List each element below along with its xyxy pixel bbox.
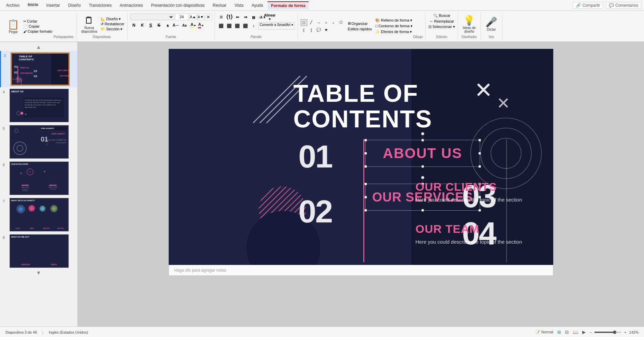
paste-button[interactable]: 📋 Pegar	[5, 18, 21, 34]
slide-7-thumbnail: WHAT SETS US APART? VENUS MARS MERCURY N…	[9, 198, 69, 232]
align-center-button[interactable]: ⬛	[226, 22, 233, 30]
highlight-color-button[interactable]: A ▾	[191, 22, 196, 28]
presentation-view-button[interactable]: ▶	[581, 329, 587, 335]
shape-more[interactable]: ⬦	[330, 19, 337, 26]
buscar-button[interactable]: 🔍 Buscar	[433, 13, 450, 18]
convert-smartart-button[interactable]: Convertir a SmartArt ▾	[258, 22, 295, 30]
normal-view-button[interactable]: ⊞	[556, 329, 562, 335]
tab-archivo[interactable]: Archivo	[3, 2, 23, 9]
tab-formato-forma[interactable]: Formato de forma	[268, 1, 309, 9]
font-family-select[interactable]	[130, 13, 174, 20]
shape-arrow[interactable]: →	[315, 19, 322, 26]
notes-bar[interactable]: Haga clic para agregar notas	[169, 265, 553, 276]
slide-thumb-4[interactable]: 4 ABOUT US It could be the part of the p…	[0, 87, 77, 124]
new-slide-icon: 🗒	[84, 15, 94, 26]
seleccionar-button[interactable]: ⊡ Seleccionar ▾	[428, 25, 455, 29]
format-painter-button[interactable]: 🖌 Copiar formato	[23, 29, 52, 33]
cut-button[interactable]: ✂ Cortar	[23, 19, 52, 24]
tab-ayuda[interactable]: Ayuda	[248, 2, 267, 9]
reemplazar-button[interactable]: ↔ Reemplazar	[429, 19, 454, 23]
slide-5-thumbnail: OUR AGENCY OUR AGENCY 01 You can enter a…	[9, 125, 69, 159]
bullets-button[interactable]: ≡	[218, 13, 225, 21]
align-right-button[interactable]: ⬛	[234, 22, 241, 30]
slide-sorter-button[interactable]: ⊟	[564, 329, 570, 335]
char-spacing-button[interactable]: A↔	[172, 22, 180, 29]
decrease-indent-button[interactable]: ⇐	[234, 13, 241, 21]
tab-inicio[interactable]: Inicio	[24, 1, 41, 9]
zoom-level[interactable]: 142%	[629, 330, 639, 334]
shape-pentagon[interactable]: ⬠	[338, 19, 344, 26]
increase-indent-button[interactable]: ⇒	[242, 13, 249, 21]
font-color-button[interactable]: A ▾	[198, 22, 203, 28]
justify-button[interactable]: ⬛	[242, 22, 249, 30]
deco-x2: ✕	[497, 95, 510, 112]
main-canvas-area[interactable]: ✕ ✕ TABLE OFCONTENTS	[78, 42, 644, 327]
shape-line[interactable]: ╱	[308, 19, 315, 26]
comments-button[interactable]: 💬 Comentarios	[606, 2, 641, 9]
section-button[interactable]: 📁 Sección ▾	[101, 27, 124, 31]
shape-callout[interactable]: 💬	[315, 27, 322, 33]
shape-rect[interactable]: □	[301, 19, 307, 26]
font-size-input[interactable]	[175, 13, 189, 20]
design-ideas-icon: 💡	[463, 15, 475, 26]
dictate-button[interactable]: 🎤 Dictar	[483, 16, 499, 32]
tab-transiciones[interactable]: Transiciones	[85, 2, 115, 9]
slide-thumb-6[interactable]: 6 OUR EVOLUTION JUPITER Refers to the or…	[0, 160, 77, 196]
shape-brace[interactable]: {	[301, 27, 307, 33]
scroll-up-button[interactable]: ▲	[0, 43, 77, 51]
slide-thumb-5[interactable]: 5 OUR AGENCY OUR AGENCY 01 You can enter…	[0, 124, 77, 160]
shape-star[interactable]: ★	[323, 27, 330, 33]
scroll-down-button[interactable]: ▼	[0, 269, 77, 277]
font-decrease-button[interactable]: A▼	[197, 13, 204, 20]
align-left-button[interactable]: ⬛	[218, 22, 225, 30]
zoom-slider-thumb[interactable]	[613, 331, 616, 334]
ribbon-group-disenador: 💡 Ideas de diseño Diseñador	[458, 12, 481, 40]
tab-diseno[interactable]: Diseño	[65, 2, 84, 9]
change-case-button[interactable]: Aa	[181, 22, 188, 29]
tab-presentacion[interactable]: Presentación con diapositivas	[148, 2, 208, 9]
tab-animaciones[interactable]: Animaciones	[116, 2, 146, 9]
handle-tm	[421, 139, 424, 142]
share-button[interactable]: 🔗 Compartir	[573, 2, 603, 9]
copy-button[interactable]: 📄 Copiar	[23, 24, 52, 29]
bold-button[interactable]: N	[130, 22, 138, 29]
tab-vista[interactable]: Vista	[231, 2, 247, 9]
shape-effects-button[interactable]: ✨ Efectos de forma ▾	[375, 30, 412, 34]
right-section-divider	[506, 139, 507, 262]
col-button[interactable]: ▤	[250, 13, 257, 21]
arrange-button[interactable]: ⊞ Organizar	[348, 21, 372, 26]
tab-revisar[interactable]: Revisar	[209, 2, 230, 9]
layout-button[interactable]: 📐 Diseño ▾	[101, 17, 124, 21]
share-area: 🔗 Compartir 💬 Comentarios	[573, 2, 641, 9]
notes-view-button[interactable]: 📝 Normal	[535, 330, 553, 334]
align-text-button[interactable]: Alinear ▾	[266, 13, 274, 21]
zoom-slider[interactable]	[594, 332, 621, 333]
slide-thumb-3[interactable]: 3 TABLE OFCONTENTS ABOUT US OUR SERVICES…	[0, 51, 77, 87]
reading-view-button[interactable]: 📖	[571, 329, 580, 335]
slide-4-thumbnail: ABOUT US It could be the part of the pre…	[9, 89, 69, 122]
zoom-in-button[interactable]: +	[624, 330, 626, 334]
font-increase-button[interactable]: A▲	[190, 13, 196, 20]
paste-icon: 📋	[7, 19, 19, 30]
design-ideas-button[interactable]: 💡 Ideas de diseño	[461, 14, 478, 34]
new-slide-button[interactable]: 🗒 Nueva diapositiva	[79, 14, 99, 34]
tab-insertar[interactable]: Insertar	[43, 2, 63, 9]
strikethrough-button[interactable]: S̶	[156, 22, 163, 29]
shape-fill-button[interactable]: 🎨 Relleno de forma ▾	[375, 18, 412, 23]
slide-canvas[interactable]: ✕ ✕ TABLE OFCONTENTS	[169, 49, 553, 265]
numbering-button[interactable]: ⑴	[226, 13, 233, 21]
shape-bracket[interactable]: [	[308, 27, 315, 33]
line-spacing-button[interactable]: ↕	[250, 22, 257, 30]
underline-button[interactable]: S	[147, 22, 155, 29]
reset-slide-button[interactable]: ↺ Restablecer	[101, 22, 124, 26]
shape-outline-button[interactable]: □ Contorno de forma ▾	[375, 24, 412, 28]
slide-thumb-7[interactable]: 7 WHAT SETS US APART? VENUS MARS MERCURY	[0, 196, 77, 233]
slide-thumb-8[interactable]: 8 WHAT DO WE DO? MERCURY VENUS	[0, 233, 77, 269]
shadow-button[interactable]: s	[164, 22, 171, 29]
italic-button[interactable]: K	[139, 22, 146, 29]
about-us-box[interactable]: ABOUT US	[365, 140, 480, 167]
zoom-out-button[interactable]: −	[590, 330, 592, 334]
shape-circle[interactable]: ○	[323, 19, 330, 26]
clear-format-button[interactable]: ✕	[205, 13, 212, 20]
quick-styles-button[interactable]: Estilos rápidos	[348, 27, 372, 31]
